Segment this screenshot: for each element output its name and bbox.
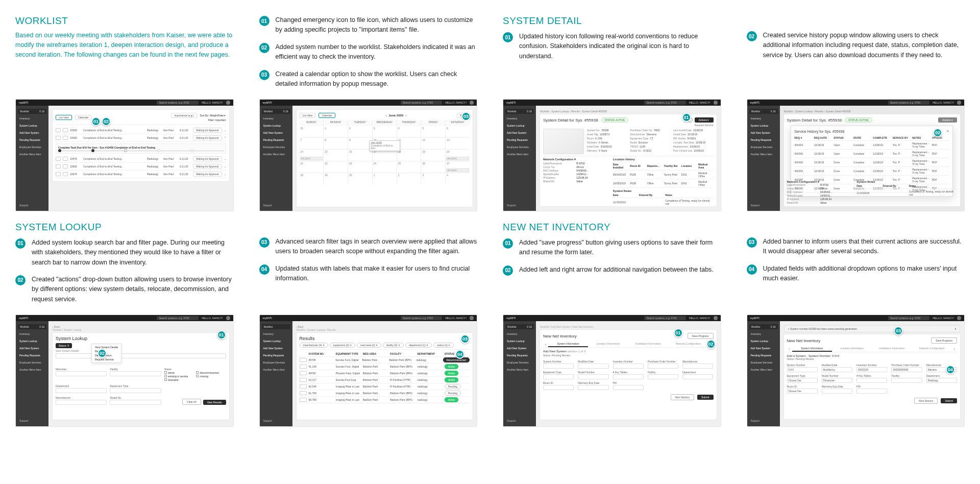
checkbox-option[interactable]: active bbox=[164, 371, 194, 374]
search-input[interactable]: Search systems, e.g. 5793 bbox=[157, 101, 198, 105]
request-service-link[interactable]: Request Service bbox=[543, 124, 714, 127]
clear-all-button[interactable]: Clear All bbox=[182, 399, 201, 405]
table-row[interactable]: 60,544Imaging Plate in LawBaldwin ParkR-… bbox=[300, 383, 470, 390]
calendar-day[interactable]: 30 bbox=[348, 173, 372, 184]
calendar-day[interactable]: 14JIN-10429 bbox=[300, 150, 324, 161]
equipment-input[interactable] bbox=[110, 388, 161, 393]
calendar-day[interactable]: 5 bbox=[421, 126, 445, 137]
calendar-day[interactable]: 2 bbox=[348, 126, 372, 137]
sidebar-item-another[interactable]: Another Menu Item bbox=[18, 152, 46, 157]
form-field[interactable] bbox=[613, 364, 644, 369]
calendar-day[interactable]: 16 bbox=[348, 150, 372, 161]
avatar-icon[interactable] bbox=[226, 316, 230, 320]
calendar-day[interactable]: 13 bbox=[446, 138, 470, 149]
calendar-day[interactable]: 3 bbox=[373, 126, 397, 137]
calendar-day[interactable]: 3 bbox=[421, 173, 445, 184]
calendar-day[interactable]: 31 bbox=[300, 126, 324, 137]
form-field[interactable] bbox=[613, 385, 644, 390]
table-row[interactable]: 58,799Imaging Plate in LawBaldwin ParkBa… bbox=[300, 397, 470, 403]
form-field[interactable] bbox=[682, 374, 713, 379]
form-field[interactable] bbox=[648, 374, 678, 379]
calendar-grid[interactable]: SUNDAYMONDAYTUESDAYWEDNESDAYTHURSDAYFRID… bbox=[300, 120, 470, 126]
form-field[interactable] bbox=[543, 364, 574, 369]
submit-button[interactable]: Submit bbox=[941, 398, 957, 403]
table-row[interactable]: 48709Phoenix Face, DigitalBaldwin ParkBa… bbox=[300, 370, 470, 377]
calendar-day[interactable]: 24 bbox=[373, 161, 397, 173]
form-field[interactable]: Modified by bbox=[822, 367, 852, 372]
med-area-input[interactable] bbox=[56, 371, 107, 376]
form-field[interactable] bbox=[613, 374, 644, 379]
calendar-day[interactable]: 12 bbox=[421, 138, 445, 149]
calendar-day[interactable]: 6 bbox=[446, 126, 470, 137]
avatar-icon[interactable] bbox=[470, 101, 474, 105]
form-field[interactable]: Choose One bbox=[787, 389, 818, 394]
chevron-right-icon[interactable]: › bbox=[952, 346, 957, 351]
calendar-body[interactable]: 311234567891011121314JIN-10429151617JIN-… bbox=[300, 126, 470, 184]
filter-tag[interactable]: manufacturer (4) ✕ bbox=[300, 343, 328, 348]
filter-tag[interactable]: department (1) ✕ bbox=[405, 343, 432, 348]
sidebar-item-pending[interactable]: Pending Requests bbox=[18, 137, 46, 142]
calendar-event[interactable]: JIN-10429 bbox=[300, 157, 323, 160]
calendar-day[interactable]: 22 bbox=[324, 161, 348, 173]
net-conf-toggle[interactable]: Network Configuration ▾ bbox=[543, 158, 608, 161]
table-row[interactable]: 40000612/18/19DoneComplete12/28/19Tim. P… bbox=[794, 158, 949, 167]
tab-step-3[interactable]: Installation Information bbox=[628, 341, 668, 347]
calendar-event[interactable]: JIN-10429 bbox=[446, 168, 469, 172]
importance-chip[interactable]: Importance (e.g.) bbox=[171, 113, 197, 118]
sidebar-item-support[interactable]: Support bbox=[18, 203, 46, 208]
form-field[interactable] bbox=[682, 364, 713, 369]
manufacturer-input[interactable] bbox=[56, 400, 107, 405]
sidebar-item-add[interactable]: Add New System bbox=[18, 130, 46, 135]
form-field[interactable]: Primary/etc bbox=[822, 378, 852, 383]
sidebar-item-worklist[interactable]: Worklist bbox=[20, 110, 29, 113]
toggle-list-view[interactable]: List View bbox=[56, 115, 72, 120]
calendar-day[interactable]: 9 bbox=[348, 138, 372, 149]
tab-step-1[interactable]: System Information bbox=[548, 341, 588, 347]
toggle-list-view[interactable]: List View bbox=[300, 113, 316, 118]
sidebar-item-inventory[interactable]: Inventory bbox=[18, 116, 46, 121]
file-icon[interactable] bbox=[56, 136, 61, 140]
facility-input[interactable] bbox=[110, 371, 161, 376]
form-field[interactable]: Radiology bbox=[926, 378, 957, 383]
breadcrumb[interactable]: Worklist › System Lookup › Results › Sys… bbox=[540, 110, 717, 113]
form-field[interactable] bbox=[891, 378, 922, 383]
checkbox-option[interactable]: decommissioned bbox=[196, 371, 226, 374]
form-field[interactable] bbox=[543, 374, 574, 379]
chevron-left-icon[interactable]: ‹ bbox=[787, 346, 792, 351]
filter-tag[interactable]: status (1) ✕ bbox=[433, 343, 454, 348]
table-row[interactable]: 61,709Imaging Plate in LawBaldwin ParkBa… bbox=[300, 390, 470, 397]
calendar-day[interactable]: 23 bbox=[348, 161, 372, 173]
submit-button[interactable]: Submit bbox=[697, 395, 714, 400]
avatar-icon[interactable] bbox=[714, 101, 718, 105]
calendar-day[interactable]: 1 bbox=[373, 173, 397, 184]
form-field[interactable] bbox=[543, 385, 574, 390]
tab-step-2[interactable]: Location Information bbox=[588, 341, 628, 347]
form-field[interactable] bbox=[578, 385, 608, 390]
form-field[interactable] bbox=[578, 364, 608, 369]
checkbox-option[interactable]: existing in service bbox=[164, 375, 194, 378]
model-input[interactable] bbox=[110, 400, 161, 405]
avatar-icon[interactable] bbox=[226, 101, 230, 105]
calendar-day[interactable]: 19 bbox=[421, 150, 445, 161]
filter-tag[interactable]: med area (2) ✕ bbox=[357, 343, 381, 348]
table-row[interactable]: 41,109Somato Ford, DigitalBaldwin ParkBa… bbox=[300, 364, 470, 370]
calendar-day[interactable]: 26 bbox=[421, 161, 445, 173]
close-icon[interactable]: ✕ bbox=[954, 327, 957, 330]
calendar-day[interactable]: 20JIN-10429 bbox=[446, 150, 470, 161]
form-field[interactable] bbox=[856, 389, 887, 394]
form-field[interactable] bbox=[648, 364, 678, 369]
close-icon[interactable]: ✕ bbox=[946, 129, 949, 133]
calendar-day[interactable]: 7 bbox=[300, 138, 324, 149]
flag-icon[interactable] bbox=[63, 128, 68, 132]
form-field[interactable]: 0-0-0 bbox=[787, 367, 818, 372]
calendar-day[interactable]: 18 bbox=[397, 150, 421, 161]
table-row[interactable]: 15,117Somato Ford DogBaldwin ParkR-Facil… bbox=[300, 377, 470, 383]
flag-icon[interactable] bbox=[63, 136, 68, 140]
table-row[interactable]: 40000412/18/19DoneComplete12/28/19Tim. P… bbox=[794, 167, 949, 176]
table-row[interactable]: 40000612/18/19OpenComplete12/28/19Tim. P… bbox=[794, 150, 949, 158]
search-input[interactable] bbox=[56, 353, 226, 358]
chevron-right-icon[interactable]: › bbox=[405, 114, 406, 117]
checkbox-option[interactable]: relocated bbox=[164, 378, 194, 381]
save-progress-button[interactable]: Save Progress bbox=[931, 337, 957, 344]
status-tag[interactable]: Status: X bbox=[56, 343, 72, 348]
